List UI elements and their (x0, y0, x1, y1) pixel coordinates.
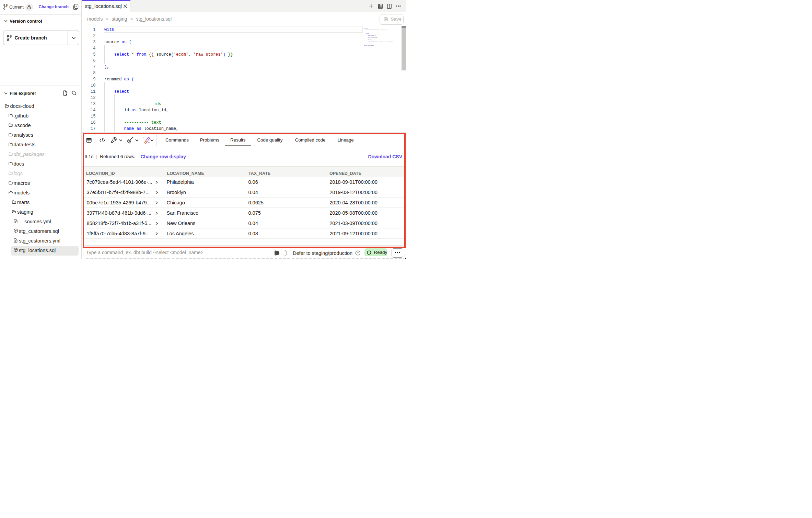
svg-text:id as location_id,: id as location_id, (364, 35, 376, 36)
svg-text:select * from {{ source('ecom': select * from {{ source('ecom', 'raw_sto… (364, 29, 388, 30)
svg-text:select: select (364, 33, 369, 34)
svg-text:),: ), (364, 30, 365, 31)
svg-text:tax_rate,: tax_rate, (364, 39, 372, 40)
svg-text:): ) (364, 44, 364, 45)
svg-text:{{ dbt.date_trunc('day', 'open: {{ dbt.date_trunc('day', 'opened_at') }}… (364, 41, 393, 42)
svg-text:?: ? (357, 251, 359, 255)
svg-text:name as location_name,: name as location_name, (364, 37, 378, 38)
svg-text:source as (: source as ( (364, 27, 369, 29)
svg-text:renamed as (: renamed as ( (364, 32, 370, 33)
svg-text:from source: from source (364, 42, 371, 43)
svg-text:select * from renamed: select * from renamed (364, 45, 374, 46)
svg-text:with: with (364, 26, 366, 27)
